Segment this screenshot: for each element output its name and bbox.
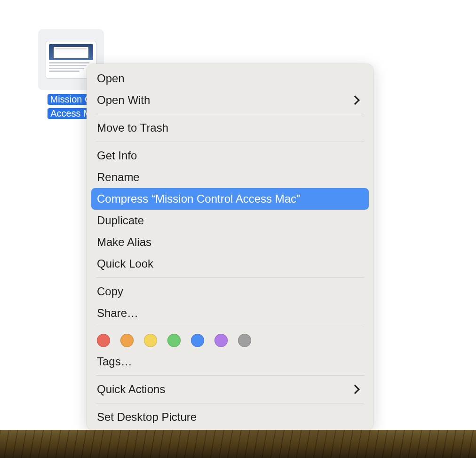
desktop-wallpaper-strip [0, 430, 476, 458]
menu-share-label: Share… [97, 306, 361, 320]
chevron-right-icon [350, 385, 360, 394]
menu-set-desktop-picture[interactable]: Set Desktop Picture [91, 406, 369, 428]
menu-tag-colors [91, 330, 369, 351]
menu-copy-label: Copy [97, 284, 361, 299]
menu-trash-label: Move to Trash [97, 121, 361, 135]
menu-rename[interactable]: Rename [91, 166, 369, 188]
menu-separator [96, 403, 364, 403]
menu-rename-label: Rename [97, 170, 361, 184]
menu-open[interactable]: Open [91, 68, 369, 89]
menu-separator [96, 327, 364, 327]
menu-open-with[interactable]: Open With [91, 89, 369, 111]
menu-quickactions-label: Quick Actions [97, 382, 352, 396]
menu-compress-label: Compress “Mission Control Access Mac” [97, 192, 361, 206]
menu-separator [96, 277, 364, 278]
thumbnail-sky [49, 44, 93, 60]
menu-share[interactable]: Share… [91, 302, 369, 324]
menu-open-with-label: Open With [97, 93, 352, 107]
menu-tags-label: Tags… [97, 355, 361, 369]
tag-yellow[interactable] [144, 334, 157, 347]
menu-compress[interactable]: Compress “Mission Control Access Mac” [91, 188, 369, 210]
tag-gray[interactable] [238, 334, 251, 347]
menu-quicklook-label: Quick Look [97, 257, 361, 271]
menu-getinfo-label: Get Info [97, 149, 361, 163]
thumbnail-window [54, 47, 88, 58]
menu-tags[interactable]: Tags… [91, 351, 369, 372]
menu-separator [96, 114, 364, 114]
menu-makealias-label: Make Alias [97, 235, 361, 249]
menu-quick-look[interactable]: Quick Look [91, 253, 369, 275]
chevron-right-icon [350, 95, 360, 105]
tag-purple[interactable] [214, 334, 228, 347]
menu-copy[interactable]: Copy [91, 281, 369, 302]
tag-green[interactable] [167, 334, 181, 347]
tag-orange[interactable] [120, 334, 134, 347]
tag-blue[interactable] [191, 334, 204, 347]
menu-make-alias[interactable]: Make Alias [91, 231, 369, 253]
menu-duplicate-label: Duplicate [97, 213, 361, 228]
menu-separator [96, 375, 364, 376]
menu-quick-actions[interactable]: Quick Actions [91, 379, 369, 400]
menu-setdesktop-label: Set Desktop Picture [97, 410, 361, 424]
tag-red[interactable] [97, 334, 110, 347]
menu-open-label: Open [97, 71, 361, 86]
menu-get-info[interactable]: Get Info [91, 145, 369, 166]
menu-separator [96, 142, 364, 142]
menu-move-to-trash[interactable]: Move to Trash [91, 117, 369, 139]
context-menu: Open Open With Move to Trash Get Info Re… [87, 64, 373, 430]
menu-duplicate[interactable]: Duplicate [91, 210, 369, 231]
